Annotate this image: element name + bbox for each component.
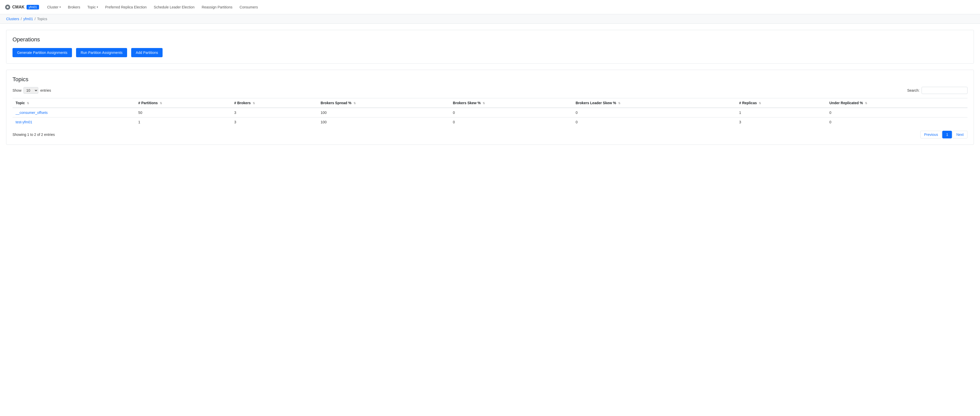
nav-schedule-leader-link[interactable]: Schedule Leader Election xyxy=(151,3,198,11)
cell-topic-1: test-yfm01 xyxy=(13,118,135,127)
search-group: Search: xyxy=(907,87,967,94)
svg-point-1 xyxy=(7,6,8,8)
cell-leader-skew-0: 0 xyxy=(573,108,736,118)
col-brokers[interactable]: # Brokers ⇅ xyxy=(231,98,318,108)
col-partitions-label: # Partitions xyxy=(138,101,158,105)
sort-icon-leader-skew: ⇅ xyxy=(618,102,620,105)
col-brokers-spread[interactable]: Brokers Spread % ⇅ xyxy=(318,98,450,108)
breadcrumb-bar: Clusters / yfm01 / Topics xyxy=(0,14,980,24)
topics-table: Topic ⇅ # Partitions ⇅ # Brokers ⇅ Broke… xyxy=(13,98,967,127)
next-button[interactable]: Next xyxy=(953,131,967,139)
cell-brokers-0: 3 xyxy=(231,108,318,118)
chevron-down-icon-topic: ▾ xyxy=(97,6,98,8)
nav-preferred-replica-link[interactable]: Preferred Replica Election xyxy=(102,3,150,11)
cell-topic-0: __consumer_offsets xyxy=(13,108,135,118)
nav-cluster[interactable]: Cluster ▾ xyxy=(44,3,64,11)
nav-topic-link[interactable]: Topic ▾ xyxy=(84,3,101,11)
sort-icon-under-replicated: ⇅ xyxy=(865,102,867,105)
breadcrumb-sep2: / xyxy=(35,17,35,21)
search-input[interactable] xyxy=(921,87,967,94)
show-label: Show xyxy=(13,88,21,92)
cell-under-replicated-0: 0 xyxy=(826,108,967,118)
col-brokers-spread-label: Brokers Spread % xyxy=(321,101,352,105)
cell-brokers-1: 3 xyxy=(231,118,318,127)
cell-under-replicated-1: 0 xyxy=(826,118,967,127)
operations-buttons: Generate Partition Assignments Run Parti… xyxy=(13,48,967,57)
table-row: test-yfm01 1 3 100 0 0 3 0 xyxy=(13,118,967,127)
run-partition-assignments-button[interactable]: Run Partition Assignments xyxy=(76,48,127,57)
brand-name: CMAK xyxy=(12,5,24,10)
page-1-button[interactable]: 1 xyxy=(942,131,952,139)
entries-select[interactable]: 10 25 50 100 xyxy=(24,87,38,94)
navbar: CMAK yfm01 Cluster ▾ Brokers Topic ▾ Pre… xyxy=(0,0,980,14)
breadcrumb-current: Topics xyxy=(37,17,47,21)
nav-menu: Cluster ▾ Brokers Topic ▾ Preferred Repl… xyxy=(44,3,261,11)
sort-icon-skew: ⇅ xyxy=(483,102,485,105)
brand-icon xyxy=(5,5,10,10)
operations-card-body: Operations Generate Partition Assignment… xyxy=(6,30,974,63)
breadcrumb: Clusters / yfm01 / Topics xyxy=(6,17,974,21)
breadcrumb-sep1: / xyxy=(21,17,22,21)
show-entries: Show 10 25 50 100 entries xyxy=(13,87,51,94)
col-brokers-label: # Brokers xyxy=(234,101,251,105)
col-replicas-label: # Replicas xyxy=(739,101,757,105)
topic-link-0[interactable]: __consumer_offsets xyxy=(16,111,48,115)
col-partitions[interactable]: # Partitions ⇅ xyxy=(135,98,231,108)
col-brokers-leader-skew-label: Brokers Leader Skew % xyxy=(576,101,616,105)
main-content: Operations Generate Partition Assignment… xyxy=(0,24,980,151)
nav-topic[interactable]: Topic ▾ xyxy=(84,3,101,11)
table-footer: Showing 1 to 2 of 2 entries Previous 1 N… xyxy=(13,131,967,139)
sort-icon-spread: ⇅ xyxy=(353,102,356,105)
cluster-badge: yfm01 xyxy=(27,5,39,10)
col-replicas[interactable]: # Replicas ⇅ xyxy=(736,98,826,108)
table-header: Topic ⇅ # Partitions ⇅ # Brokers ⇅ Broke… xyxy=(13,98,967,108)
sort-icon-topic: ⇅ xyxy=(27,102,29,105)
cell-replicas-1: 3 xyxy=(736,118,826,127)
nav-consumers[interactable]: Consumers xyxy=(237,3,261,11)
table-row: __consumer_offsets 50 3 100 0 0 1 0 xyxy=(13,108,967,118)
previous-button[interactable]: Previous xyxy=(920,131,942,139)
brand-link[interactable]: CMAK yfm01 xyxy=(5,5,39,10)
table-controls: Show 10 25 50 100 entries Search: xyxy=(13,87,967,94)
cell-partitions-1: 1 xyxy=(135,118,231,127)
col-under-replicated-label: Under Replicated % xyxy=(829,101,863,105)
pagination: Previous 1 Next xyxy=(920,131,967,139)
nav-reassign-link[interactable]: Reassign Partitions xyxy=(199,3,235,11)
nav-brokers[interactable]: Brokers xyxy=(65,3,83,11)
topic-link-1[interactable]: test-yfm01 xyxy=(16,120,32,124)
cell-skew-0: 0 xyxy=(450,108,573,118)
search-label: Search: xyxy=(907,88,920,92)
table-header-row: Topic ⇅ # Partitions ⇅ # Brokers ⇅ Broke… xyxy=(13,98,967,108)
cell-spread-1: 100 xyxy=(318,118,450,127)
operations-title: Operations xyxy=(13,36,967,43)
cell-partitions-0: 50 xyxy=(135,108,231,118)
generate-partition-assignments-button[interactable]: Generate Partition Assignments xyxy=(13,48,72,57)
nav-cluster-link[interactable]: Cluster ▾ xyxy=(44,3,64,11)
col-topic[interactable]: Topic ⇅ xyxy=(13,98,135,108)
entries-label: entries xyxy=(40,88,51,92)
topics-title: Topics xyxy=(13,76,967,83)
col-brokers-skew[interactable]: Brokers Skew % ⇅ xyxy=(450,98,573,108)
col-brokers-skew-label: Brokers Skew % xyxy=(453,101,481,105)
nav-schedule-leader[interactable]: Schedule Leader Election xyxy=(151,3,198,11)
col-under-replicated[interactable]: Under Replicated % ⇅ xyxy=(826,98,967,108)
sort-icon-partitions: ⇅ xyxy=(160,102,162,105)
breadcrumb-cluster-link[interactable]: yfm01 xyxy=(23,17,33,21)
topics-section: Topics Show 10 25 50 100 entries Search: xyxy=(6,70,974,145)
nav-reassign[interactable]: Reassign Partitions xyxy=(199,3,235,11)
sort-icon-replicas: ⇅ xyxy=(759,102,761,105)
nav-consumers-link[interactable]: Consumers xyxy=(237,3,261,11)
nav-brokers-link[interactable]: Brokers xyxy=(65,3,83,11)
table-footer-info: Showing 1 to 2 of 2 entries xyxy=(13,132,55,137)
col-topic-label: Topic xyxy=(16,101,25,105)
cell-leader-skew-1: 0 xyxy=(573,118,736,127)
table-body: __consumer_offsets 50 3 100 0 0 1 0 test… xyxy=(13,108,967,127)
breadcrumb-clusters-link[interactable]: Clusters xyxy=(6,17,19,21)
cell-skew-1: 0 xyxy=(450,118,573,127)
nav-preferred-replica[interactable]: Preferred Replica Election xyxy=(102,3,150,11)
chevron-down-icon: ▾ xyxy=(59,6,61,8)
col-brokers-leader-skew[interactable]: Brokers Leader Skew % ⇅ xyxy=(573,98,736,108)
add-partitions-button[interactable]: Add Partitions xyxy=(131,48,162,57)
cell-spread-0: 100 xyxy=(318,108,450,118)
cell-replicas-0: 1 xyxy=(736,108,826,118)
